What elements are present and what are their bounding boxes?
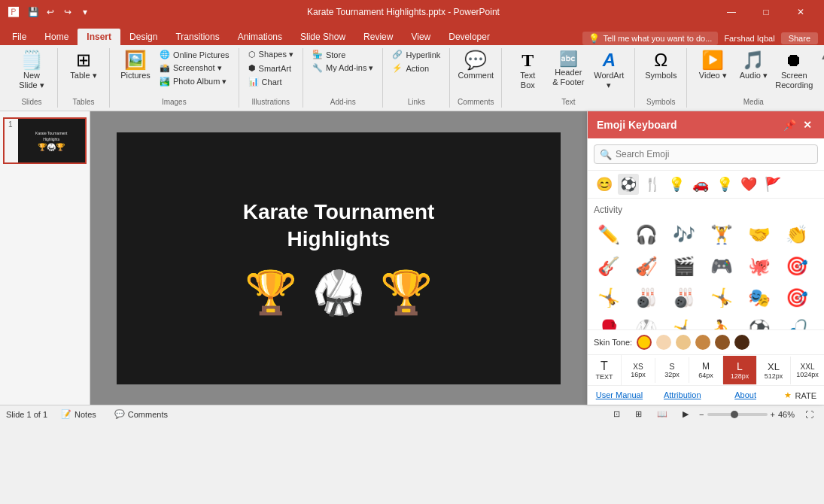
emoji-drama[interactable]: 🎭: [744, 283, 774, 313]
about-link[interactable]: About: [714, 386, 777, 405]
emoji-clapper[interactable]: 🎬: [669, 251, 699, 281]
chart-btn[interactable]: 📊 Chart: [245, 75, 296, 88]
emoji-target[interactable]: 🎯: [782, 251, 812, 281]
emoji-handshake[interactable]: 🤝: [744, 220, 774, 250]
cat-smileys[interactable]: 😊: [594, 174, 615, 195]
save-icon[interactable]: 💾: [26, 5, 41, 20]
slide-canvas[interactable]: Karate TournamentHighlights 🏆 🥋 🏆: [117, 132, 561, 384]
tab-review[interactable]: Review: [354, 29, 402, 45]
skin-medium[interactable]: [695, 335, 710, 350]
emoji-fishing[interactable]: 🎣: [782, 314, 812, 329]
smartart-btn[interactable]: ⬢ SmartArt: [245, 62, 296, 74]
emoji-ticket[interactable]: 🎳: [631, 283, 661, 313]
skin-medium-dark[interactable]: [715, 335, 730, 350]
skin-medium-light[interactable]: [676, 335, 691, 350]
video-btn[interactable]: ▶️ Video ▾: [693, 48, 732, 83]
emoji-search-input[interactable]: [594, 144, 818, 164]
size-l-btn[interactable]: L 128px: [723, 356, 757, 384]
close-btn[interactable]: ✕: [783, 0, 818, 24]
shapes-btn[interactable]: ⬡ Shapes ▾: [245, 48, 296, 61]
size-s-btn[interactable]: S 32px: [655, 357, 689, 383]
emoji-soccer[interactable]: ⚽: [744, 314, 774, 329]
tab-developer[interactable]: Developer: [439, 29, 499, 45]
emoji-headphones[interactable]: 🎧: [631, 220, 661, 250]
tab-animations[interactable]: Animations: [229, 29, 291, 45]
size-xxl-btn[interactable]: XXL 1024px: [791, 358, 824, 383]
cat-travel[interactable]: 🚗: [690, 174, 711, 195]
cat-symbols[interactable]: 💡: [666, 174, 687, 195]
tell-me-box[interactable]: 💡 Tell me what you want to do...: [582, 32, 718, 45]
notes-btn[interactable]: 📝 Notes: [56, 408, 101, 421]
audio-btn[interactable]: 🎵 Audio ▾: [734, 48, 773, 83]
fit-slide-btn[interactable]: ⛶: [801, 408, 818, 421]
photo-album-btn[interactable]: 🏞️ Photo Album ▾: [157, 75, 233, 88]
size-xl-btn[interactable]: XL 512px: [757, 357, 791, 384]
header-footer-btn[interactable]: 🔤 Header& Footer: [549, 48, 588, 90]
minimize-btn[interactable]: —: [714, 0, 749, 24]
emoji-music[interactable]: 🎶: [669, 220, 699, 250]
screen-recording-btn[interactable]: ⏺ ScreenRecording: [774, 48, 813, 93]
emoji-bowling[interactable]: 🎳: [669, 283, 699, 313]
emoji-basketball[interactable]: ⛹️: [707, 314, 737, 329]
zoom-slider[interactable]: [707, 413, 768, 416]
emoji-lifting[interactable]: 🏋️: [707, 220, 737, 250]
textbox-btn[interactable]: T TextBox: [508, 48, 547, 93]
size-m-btn[interactable]: M 64px: [689, 357, 723, 384]
tab-design[interactable]: Design: [120, 29, 166, 45]
emoji-close-btn[interactable]: ✕: [800, 117, 815, 132]
emoji-pin-btn[interactable]: 📌: [782, 117, 797, 132]
emoji-octopus[interactable]: 🐙: [744, 251, 774, 281]
comments-btn[interactable]: 💬 Comments: [110, 408, 172, 421]
new-slide-btn[interactable]: 🗒️ NewSlide ▾: [12, 48, 51, 93]
emoji-gymnastics[interactable]: 🤸: [594, 283, 624, 313]
zoom-out-btn[interactable]: −: [699, 410, 704, 419]
emoji-violin[interactable]: 🎻: [631, 251, 661, 281]
tab-file[interactable]: File: [3, 29, 35, 45]
cat-flags[interactable]: 🚩: [762, 174, 783, 195]
tab-home[interactable]: Home: [35, 29, 78, 45]
cat-food[interactable]: 🍴: [642, 174, 663, 195]
table-btn[interactable]: ⊞ Table ▾: [64, 48, 103, 83]
emoji-gymnastics2[interactable]: 🤸: [707, 283, 737, 313]
online-pictures-btn[interactable]: 🌐 Online Pictures: [157, 48, 233, 61]
pictures-btn[interactable]: 🖼️ Pictures: [116, 48, 155, 83]
skin-light[interactable]: [656, 335, 671, 350]
customize-icon[interactable]: ▾: [78, 5, 93, 20]
tab-view[interactable]: View: [402, 29, 439, 45]
slide-thumbnail-1[interactable]: 1 Karate Tournament Highlights 🏆🥋🏆: [3, 117, 87, 164]
share-btn[interactable]: Share: [781, 32, 818, 44]
hyperlink-btn[interactable]: 🔗 Hyperlink: [389, 48, 443, 61]
wordart-btn[interactable]: A WordArt ▾: [589, 48, 628, 93]
cat-activity[interactable]: ⚽: [618, 174, 639, 195]
undo-icon[interactable]: ↩: [43, 5, 58, 20]
skin-yellow[interactable]: [637, 335, 652, 350]
action-btn[interactable]: ⚡ Action: [389, 62, 443, 74]
maximize-btn[interactable]: □: [749, 0, 783, 24]
size-text-btn[interactable]: T TEXT: [588, 355, 622, 385]
skin-dark[interactable]: [734, 335, 750, 350]
normal-view-btn[interactable]: ⊡: [609, 408, 625, 421]
redo-icon[interactable]: ↪: [60, 5, 75, 20]
rate-btn[interactable]: ★ RATE: [777, 386, 824, 405]
tab-transitions[interactable]: Transitions: [166, 29, 228, 45]
reading-view-btn[interactable]: 📖: [652, 408, 672, 421]
emoji-boxing[interactable]: 🥊: [594, 314, 624, 329]
emoji-pencil[interactable]: ✏️: [594, 220, 624, 250]
emoji-gamepad[interactable]: 🎮: [707, 251, 737, 281]
attribution-link[interactable]: Attribution: [651, 386, 714, 405]
comment-btn[interactable]: 💬 Comment: [456, 48, 495, 83]
slideshow-btn[interactable]: ▶: [678, 408, 693, 421]
emoji-guitar[interactable]: 🎸: [594, 251, 624, 281]
my-addins-btn[interactable]: 🔧 My Add-ins ▾: [309, 62, 376, 74]
emoji-martial-arts[interactable]: 🥋: [631, 314, 661, 329]
ribbon-collapse-btn[interactable]: ▲: [819, 48, 824, 108]
tab-slideshow[interactable]: Slide Show: [291, 29, 354, 45]
emoji-clap[interactable]: 👏: [782, 220, 812, 250]
size-xs-btn[interactable]: XS 16px: [622, 358, 655, 383]
zoom-in-btn[interactable]: +: [771, 410, 775, 419]
slide-sorter-btn[interactable]: ⊞: [631, 408, 646, 421]
emoji-yoga[interactable]: 🤸: [669, 314, 699, 329]
cat-nature[interactable]: ❤️: [738, 174, 759, 195]
symbols-btn[interactable]: Ω Symbols: [641, 48, 680, 83]
emoji-dart[interactable]: 🎯: [782, 283, 812, 313]
